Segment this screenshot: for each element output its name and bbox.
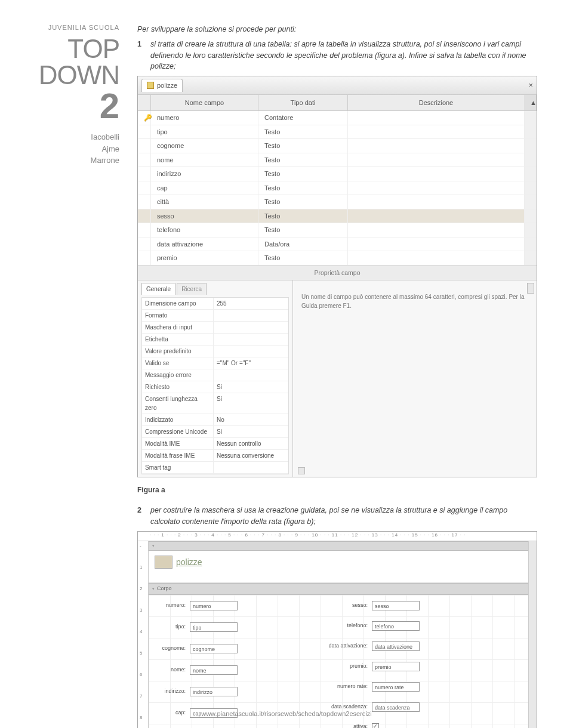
field-desc[interactable] [348,237,525,251]
field-type[interactable]: Testo [258,153,348,167]
row-selector[interactable] [138,223,151,237]
table-row[interactable]: data attivazioneData/ora [138,237,537,252]
property-value[interactable]: Si [214,393,288,414]
property-row[interactable]: Consenti lunghezza zeroSi [142,393,288,414]
field-name[interactable]: numero [151,111,258,125]
table-row[interactable]: nomeTesto [138,153,537,168]
table-row[interactable]: cittàTesto [138,195,537,209]
table-row[interactable]: indirizzoTesto [138,167,537,181]
checkbox-input[interactable]: ✓ [372,723,379,729]
table-row[interactable]: cognomeTesto [138,139,537,153]
property-value[interactable] [214,322,288,333]
field-desc[interactable] [348,167,525,181]
field-desc[interactable] [348,251,525,265]
field-desc[interactable] [348,181,525,195]
field-type[interactable]: Testo [258,251,348,265]
vertical-scrollbar[interactable] [528,541,537,728]
field-input[interactable]: nome [190,665,238,675]
field-input[interactable]: numero rate [372,682,420,692]
field-type[interactable]: Testo [258,139,348,153]
property-value[interactable] [214,369,288,381]
field-input[interactable]: indirizzo [190,687,238,696]
scroll-down-icon[interactable] [298,467,305,474]
row-selector[interactable] [138,195,151,209]
property-row[interactable]: Formato [142,310,288,322]
property-value[interactable]: No [214,414,288,425]
table-row[interactable]: 🔑numeroContatore [138,111,537,125]
property-row[interactable]: Modalità frase IMENessuna conversione [142,450,288,462]
property-value[interactable] [214,346,288,357]
row-selector[interactable]: 🔑 [138,111,151,125]
property-row[interactable]: Smart tag [142,462,288,474]
field-type[interactable]: Testo [258,125,348,139]
table-row[interactable]: capTesto [138,181,537,196]
field-type[interactable]: Contatore [258,111,348,125]
field-type[interactable]: Testo [258,195,348,209]
property-row[interactable]: Etichetta [142,334,288,346]
row-selector[interactable] [138,209,151,223]
scroll-up-icon[interactable]: ▲ [524,95,537,111]
field-type[interactable]: Testo [258,181,348,195]
form-field[interactable]: cognome:cognome [161,644,238,653]
form-field[interactable]: sesso:sesso [322,601,420,610]
field-name[interactable]: sesso [151,209,258,223]
field-type[interactable]: Testo [258,223,348,237]
row-selector[interactable] [138,181,151,195]
field-desc[interactable] [348,209,525,223]
field-name[interactable]: tipo [151,125,258,139]
property-row[interactable]: Maschera di input [142,322,288,334]
field-desc[interactable] [348,125,525,139]
field-type[interactable]: Testo [258,167,348,181]
field-desc[interactable] [348,139,525,153]
field-input[interactable]: numero [190,601,238,610]
header-band[interactable]: ▾ [149,541,537,551]
form-field[interactable]: attiva:✓ [322,723,379,728]
field-input[interactable]: tipo [190,622,238,632]
field-name[interactable]: premio [151,251,258,265]
field-name[interactable]: nome [151,153,258,167]
property-row[interactable]: Dimensione campo255 [142,298,288,310]
table-row[interactable]: telefonoTesto [138,223,537,237]
table-row[interactable]: tipoTesto [138,125,537,140]
field-name[interactable]: data attivazione [151,237,258,251]
property-row[interactable]: RichiestoSi [142,381,288,393]
field-desc[interactable] [348,153,525,167]
property-value[interactable]: Nessuna conversione [214,450,288,461]
row-selector[interactable] [138,167,151,181]
table-row[interactable]: premioTesto [138,251,537,266]
tab-generale[interactable]: Generale [141,283,175,295]
row-selector[interactable] [138,237,151,251]
property-row[interactable]: Modalità IMENessun controllo [142,438,288,450]
form-field[interactable]: tipo:tipo [161,622,238,632]
field-input[interactable]: cognome [190,644,238,653]
field-desc[interactable] [348,223,525,237]
row-selector[interactable] [138,153,151,167]
body-band[interactable]: ▾Corpo [149,583,537,595]
property-value[interactable]: 255 [214,298,288,309]
table-tab[interactable]: polizze [141,79,183,92]
field-type[interactable]: Testo [258,209,348,223]
table-row[interactable]: sessoTesto [138,209,537,224]
property-row[interactable]: IndicizzatoNo [142,414,288,426]
property-value[interactable]: Si [214,381,288,393]
form-field[interactable]: telefono:telefono [322,621,420,631]
property-value[interactable] [214,462,288,473]
property-row[interactable]: Valore predefinito [142,346,288,357]
property-value[interactable]: Nessun controllo [214,438,288,449]
field-name[interactable]: città [151,195,258,209]
field-desc[interactable] [348,195,525,209]
property-row[interactable]: Valido se="M" Or ="F" [142,357,288,369]
property-value[interactable]: Si [214,426,288,437]
row-selector[interactable] [138,125,151,139]
tab-ricerca[interactable]: Ricerca [177,283,207,295]
property-row[interactable]: Compressione UnicodeSi [142,426,288,438]
row-selector[interactable] [138,139,151,153]
form-field[interactable]: nome:nome [161,665,238,675]
form-field[interactable]: numero rate:numero rate [322,682,420,692]
field-input[interactable]: telefono [372,621,420,631]
property-value[interactable] [214,310,288,321]
scroll-thumb-icon[interactable] [527,283,534,294]
field-name[interactable]: telefono [151,223,258,237]
field-name[interactable]: cognome [151,139,258,153]
field-input[interactable]: premio [372,662,420,671]
